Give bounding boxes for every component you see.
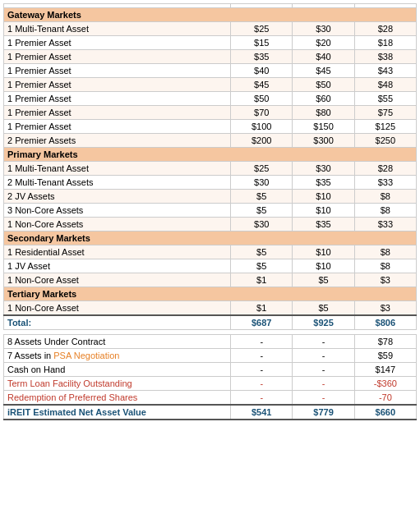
total-mid: $806 [354, 315, 416, 330]
row-mid: $33 [354, 218, 416, 232]
row-mid: $18 [354, 36, 416, 50]
main-table: Gateway Markets 1 Multi-Tenant Asset $25… [3, 3, 417, 420]
summary-high: - [293, 335, 354, 349]
row-high: $45 [293, 64, 354, 78]
row-low: $1 [231, 301, 293, 316]
section-label: Gateway Markets [4, 8, 417, 22]
summary-row: 7 Assets in PSA Negotiation - - $59 [4, 349, 417, 363]
row-high: $10 [293, 204, 354, 218]
row-high: $20 [293, 36, 354, 50]
summary-high: - [293, 363, 354, 377]
total-label: Total: [4, 315, 231, 330]
row-mid: $28 [354, 22, 416, 36]
table-row: 1 Non-Core Asset $1 $5 $3 [4, 301, 417, 316]
row-mid: $8 [354, 259, 416, 273]
row-high: $40 [293, 50, 354, 64]
row-label: 1 Premier Asset [4, 64, 231, 78]
row-label: 1 Residential Asset [4, 245, 231, 259]
table-row: 1 Premier Asset $50 $60 $55 [4, 92, 417, 106]
summary-mid: $147 [354, 363, 416, 377]
row-label: 1 Multi-Tenant Asset [4, 22, 231, 36]
table-row: 2 Multi-Tenant Assets $30 $35 $33 [4, 176, 417, 190]
row-label: 1 Non-Core Asset [4, 273, 231, 287]
summary-low: - [231, 349, 293, 363]
row-label: 2 JV Assets [4, 190, 231, 204]
table-row: 2 JV Assets $5 $10 $8 [4, 190, 417, 204]
row-mid: $8 [354, 190, 416, 204]
row-low: $45 [231, 78, 293, 92]
table-row: 1 JV Asset $5 $10 $8 [4, 259, 417, 273]
row-high: $80 [293, 106, 354, 120]
row-low: $35 [231, 50, 293, 64]
iret-label: iREIT Estimated Net Asset Value [4, 405, 231, 420]
summary-low: - [231, 363, 293, 377]
row-mid: $43 [354, 64, 416, 78]
row-mid: $33 [354, 176, 416, 190]
row-high: $150 [293, 120, 354, 134]
row-label: 2 Multi-Tenant Assets [4, 176, 231, 190]
table-row: 1 Residential Asset $5 $10 $8 [4, 245, 417, 259]
row-low: $1 [231, 273, 293, 287]
summary-mid: -$360 [354, 377, 416, 391]
iret-row: iREIT Estimated Net Asset Value $541 $77… [4, 405, 417, 420]
row-label: 1 Premier Asset [4, 50, 231, 64]
summary-label: Cash on Hand [4, 363, 231, 377]
table-row: 1 Non-Core Assets $30 $35 $33 [4, 218, 417, 232]
summary-high: - [293, 377, 354, 391]
summary-row: Cash on Hand - - $147 [4, 363, 417, 377]
summary-high: - [293, 349, 354, 363]
row-label: 1 JV Asset [4, 259, 231, 273]
section-header-2: Secondary Markets [4, 232, 417, 245]
table-row: 2 Premier Assets $200 $300 $250 [4, 134, 417, 148]
section-header-3: Tertiary Markets [4, 287, 417, 301]
section-label: Tertiary Markets [4, 287, 417, 301]
total-low: $687 [231, 315, 293, 330]
row-label: 1 Premier Asset [4, 36, 231, 50]
table-row: 1 Premier Asset $15 $20 $18 [4, 36, 417, 50]
total-high: $925 [293, 315, 354, 330]
row-mid: $8 [354, 204, 416, 218]
summary-mid: -70 [354, 391, 416, 406]
table-row: 1 Non-Core Asset $1 $5 $3 [4, 273, 417, 287]
summary-label: 7 Assets in PSA Negotiation [4, 349, 231, 363]
psa-highlight: PSA Negotiation [53, 351, 119, 360]
row-mid: $125 [354, 120, 416, 134]
row-label: 3 Non-Core Assets [4, 204, 231, 218]
row-mid: $48 [354, 78, 416, 92]
row-high: $10 [293, 259, 354, 273]
row-low: $5 [231, 190, 293, 204]
summary-low: - [231, 377, 293, 391]
row-label: 1 Premier Asset [4, 106, 231, 120]
row-high: $10 [293, 190, 354, 204]
summary-high: - [293, 391, 354, 406]
section-label: Primary Markets [4, 148, 417, 162]
summary-low: - [231, 335, 293, 349]
row-mid: $55 [354, 92, 416, 106]
row-mid: $75 [354, 106, 416, 120]
row-mid: $8 [354, 245, 416, 259]
summary-label: 8 Assets Under Contract [4, 335, 231, 349]
section-label: Secondary Markets [4, 232, 417, 245]
row-low: $70 [231, 106, 293, 120]
row-low: $40 [231, 64, 293, 78]
row-low: $100 [231, 120, 293, 134]
summary-row: Redemption of Preferred Shares - - -70 [4, 391, 417, 406]
row-high: $5 [293, 301, 354, 316]
table-row: 1 Premier Asset $100 $150 $125 [4, 120, 417, 134]
row-low: $30 [231, 218, 293, 232]
row-high: $30 [293, 162, 354, 176]
row-low: $15 [231, 36, 293, 50]
table-row: 1 Multi-Tenant Asset $25 $30 $28 [4, 162, 417, 176]
row-high: $60 [293, 92, 354, 106]
summary-label: Term Loan Facility Outstanding [4, 377, 231, 391]
summary-mid: $78 [354, 335, 416, 349]
row-low: $30 [231, 176, 293, 190]
row-low: $25 [231, 162, 293, 176]
row-high: $10 [293, 245, 354, 259]
table-row: 1 Premier Asset $70 $80 $75 [4, 106, 417, 120]
summary-mid: $59 [354, 349, 416, 363]
iret-low: $541 [231, 405, 293, 420]
table-row: 1 Multi-Tenant Asset $25 $30 $28 [4, 22, 417, 36]
row-low: $50 [231, 92, 293, 106]
row-mid: $3 [354, 301, 416, 316]
